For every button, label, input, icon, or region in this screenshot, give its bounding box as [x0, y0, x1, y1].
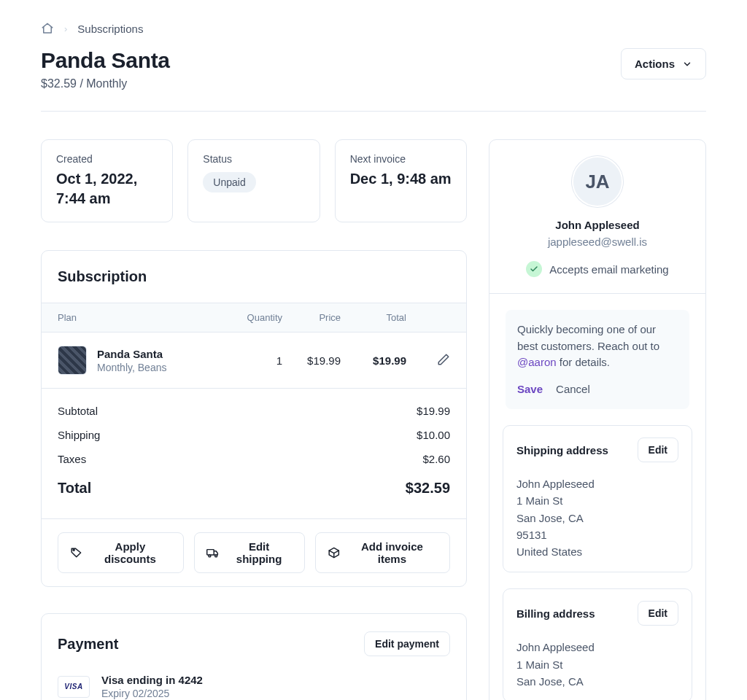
visa-logo: VISA [58, 676, 90, 698]
actions-label: Actions [635, 58, 675, 70]
edit-shipping-label: Edit shipping [225, 540, 293, 565]
customer-name: John Appleseed [555, 219, 639, 231]
addr-line: 1 Main St [516, 656, 678, 673]
email-marketing-status: Accepts email marketing [526, 261, 668, 277]
billing-address-lines: John Appleseed 1 Main St San Jose, CA [516, 639, 678, 690]
customer-note: Quickly becoming one of our best custome… [506, 310, 689, 409]
shipping-value: $10.00 [417, 429, 450, 441]
addr-line: John Appleseed [516, 639, 678, 656]
note-cancel-button[interactable]: Cancel [556, 381, 590, 398]
addr-line: John Appleseed [516, 475, 678, 492]
stat-cards: Created Oct 1, 2022, 7:44 am Status Unpa… [41, 139, 467, 222]
subscription-line-item: Panda Santa Monthly, Beans 1 $19.99 $19.… [42, 332, 466, 389]
line-total: $19.99 [341, 354, 406, 367]
addr-line: 95131 [516, 526, 678, 543]
stat-next-invoice: Next invoice Dec 1, 9:48 am [335, 139, 467, 222]
apply-discounts-label: Apply discounts [89, 540, 172, 565]
breadcrumb-section[interactable]: Subscriptions [77, 23, 143, 35]
subscription-totals: Subtotal $19.99 Shipping $10.00 Taxes $2… [42, 389, 466, 519]
addr-line: 1 Main St [516, 492, 678, 509]
note-mention[interactable]: @aaron [517, 356, 557, 368]
line-price: $19.99 [282, 354, 341, 367]
subscription-panel: Subscription Plan Quantity Price Total P… [41, 250, 467, 587]
home-icon[interactable] [41, 22, 54, 35]
check-icon [526, 261, 542, 277]
truck-icon [206, 546, 220, 559]
line-qty: 1 [231, 354, 282, 367]
shipping-address-title: Shipping address [516, 444, 608, 456]
add-invoice-items-button[interactable]: Add invoice items [315, 532, 450, 573]
customer-panel: JA John Appleseed jappleseed@swell.is Ac… [489, 139, 706, 700]
apply-discounts-button[interactable]: Apply discounts [58, 532, 184, 573]
edit-shipping-address-button[interactable]: Edit [638, 438, 678, 462]
chevron-right-icon: › [64, 23, 67, 34]
svg-rect-1 [207, 550, 214, 555]
page-header: Panda Santa $32.59 / Monthly Actions [41, 48, 706, 112]
card-expiry: Expiry 02/2025 [101, 688, 203, 699]
stat-next-label: Next invoice [350, 153, 452, 165]
billing-address-block: Billing address Edit John Appleseed 1 Ma… [503, 588, 692, 700]
tag-icon [70, 546, 83, 559]
svg-point-2 [209, 555, 211, 557]
product-thumbnail [58, 346, 87, 375]
stat-status-label: Status [203, 153, 304, 165]
taxes-value: $2.60 [422, 453, 450, 465]
total-label: Total [58, 480, 91, 497]
chevron-down-icon [682, 59, 692, 69]
box-plus-icon [328, 546, 341, 559]
breadcrumb: › Subscriptions [41, 22, 706, 35]
product-name: Panda Santa [97, 348, 166, 360]
svg-point-0 [73, 549, 74, 551]
avatar: JA [572, 156, 623, 207]
add-invoice-items-label: Add invoice items [347, 540, 438, 565]
addr-line: San Jose, CA [516, 510, 678, 526]
page-title: Panda Santa [41, 48, 170, 73]
email-marketing-label: Accepts email marketing [549, 263, 668, 276]
card-label: Visa ending in 4242 [101, 674, 203, 686]
payment-card-row: VISA Visa ending in 4242 Expiry 02/2025 [42, 674, 466, 700]
note-text-after: for details. [557, 356, 610, 368]
subscription-title: Subscription [58, 268, 147, 285]
th-total: Total [341, 312, 406, 323]
shipping-label: Shipping [58, 429, 100, 441]
subscription-table-head: Plan Quantity Price Total [42, 303, 466, 332]
th-plan: Plan [58, 312, 231, 323]
edit-shipping-button[interactable]: Edit shipping [194, 532, 305, 573]
subtotal-label: Subtotal [58, 405, 98, 417]
stat-created-label: Created [56, 153, 158, 165]
addr-line: United States [516, 543, 678, 560]
stat-created: Created Oct 1, 2022, 7:44 am [41, 139, 173, 222]
customer-hero: JA John Appleseed jappleseed@swell.is Ac… [489, 140, 705, 294]
total-value: $32.59 [406, 480, 450, 497]
status-badge: Unpaid [203, 172, 255, 192]
svg-point-3 [215, 555, 217, 557]
th-quantity: Quantity [231, 312, 282, 323]
payment-title: Payment [58, 636, 118, 653]
edit-billing-address-button[interactable]: Edit [638, 601, 678, 626]
addr-line: San Jose, CA [516, 673, 678, 690]
stat-next-value: Dec 1, 9:48 am [350, 169, 452, 189]
note-save-button[interactable]: Save [517, 381, 543, 398]
stat-status: Status Unpaid [187, 139, 320, 222]
note-text-before: Quickly becoming one of our best custome… [517, 323, 659, 352]
subscription-actions: Apply discounts Edit shipping Add invoic… [42, 519, 466, 586]
customer-email: jappleseed@swell.is [548, 236, 647, 248]
stat-created-value: Oct 1, 2022, 7:44 am [56, 169, 158, 209]
edit-payment-button[interactable]: Edit payment [364, 631, 450, 656]
billing-address-title: Billing address [516, 607, 595, 620]
shipping-address-block: Shipping address Edit John Appleseed 1 M… [503, 425, 692, 572]
page-subtitle: $32.59 / Monthly [41, 77, 170, 90]
pencil-icon[interactable] [437, 353, 450, 366]
actions-dropdown[interactable]: Actions [621, 48, 706, 79]
th-price: Price [282, 312, 341, 323]
payment-panel: Payment Edit payment VISA Visa ending in… [41, 613, 467, 700]
subtotal-value: $19.99 [417, 405, 450, 417]
shipping-address-lines: John Appleseed 1 Main St San Jose, CA 95… [516, 475, 678, 560]
taxes-label: Taxes [58, 453, 86, 465]
product-meta: Monthly, Beans [97, 362, 166, 373]
